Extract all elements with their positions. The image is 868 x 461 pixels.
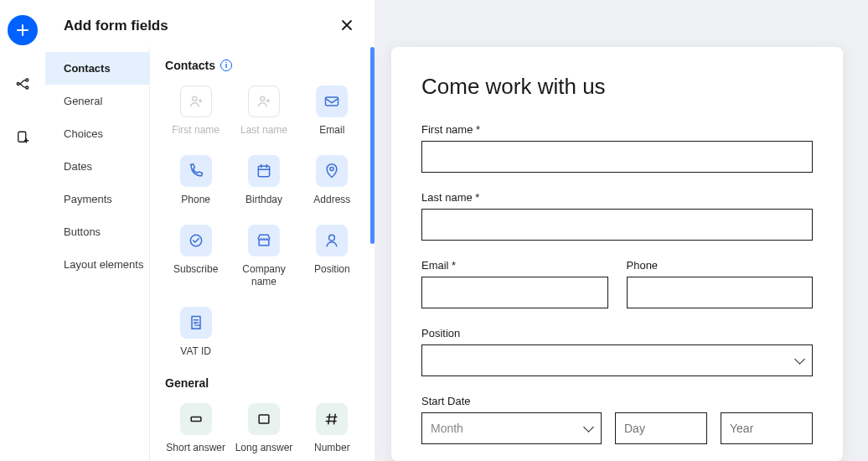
position-select[interactable]: [421, 344, 813, 376]
form-title: Come work with us: [421, 74, 813, 100]
fields-area: ContactsiFirst nameLast nameEmailPhoneBi…: [149, 47, 375, 461]
year-input[interactable]: [721, 412, 813, 444]
svg-point-2: [26, 86, 28, 89]
panel-header: Add form fields: [45, 0, 375, 47]
field-short-answer[interactable]: Short answer: [165, 403, 226, 454]
chevron-down-icon: [585, 423, 592, 433]
svg-point-8: [330, 167, 333, 170]
section-contacts: ContactsiFirst nameLast nameEmailPhoneBi…: [165, 59, 363, 358]
category-list: ContactsGeneralChoicesDatesPaymentsButto…: [45, 47, 149, 461]
category-buttons[interactable]: Buttons: [45, 215, 149, 248]
start-date-label: Start Date: [421, 395, 813, 407]
phone-label: Phone: [627, 259, 814, 272]
svg-point-10: [329, 235, 335, 241]
person-icon: [180, 85, 212, 117]
field-label: Last name: [240, 124, 287, 137]
field-company-name[interactable]: Company name: [233, 225, 294, 288]
field-long-answer[interactable]: Long answer: [233, 403, 294, 454]
field-label: Long answer: [235, 442, 293, 454]
phone-input[interactable]: [627, 277, 814, 308]
first-name-label: First name *: [421, 123, 813, 136]
svg-rect-13: [259, 415, 269, 423]
field-position[interactable]: Position: [302, 225, 363, 288]
field-vat-id[interactable]: $VAT ID: [165, 307, 226, 358]
branch-icon[interactable]: [8, 69, 38, 99]
svg-rect-12: [191, 417, 201, 422]
form-preview: Come work with us First name * Last name…: [391, 47, 843, 461]
svg-rect-7: [258, 166, 269, 177]
short-icon: [180, 403, 212, 435]
close-button[interactable]: [338, 15, 356, 37]
long-icon: [248, 403, 280, 435]
section-title: Contactsi: [165, 59, 363, 72]
field-first-name: First name: [165, 85, 226, 137]
field-label: First name: [172, 124, 220, 137]
svg-rect-6: [326, 97, 338, 106]
field-birthday[interactable]: Birthday: [233, 155, 294, 206]
field-label: Short answer: [166, 442, 225, 454]
category-layout-elements[interactable]: Layout elements: [45, 248, 149, 281]
first-name-input[interactable]: [421, 141, 813, 173]
add-fields-panel: Add form fields ContactsGeneralChoicesDa…: [45, 0, 375, 461]
field-label: Number: [314, 442, 350, 454]
document-add-icon[interactable]: [8, 122, 38, 153]
start-date-group: Start Date Month: [421, 395, 813, 444]
info-icon[interactable]: i: [220, 60, 232, 71]
mail-icon: [316, 85, 348, 117]
phone-group: Phone: [627, 259, 814, 308]
position-group: Position: [421, 327, 813, 376]
category-choices[interactable]: Choices: [45, 117, 149, 150]
last-name-label: Last name *: [421, 191, 813, 204]
receipt-icon: $: [180, 307, 212, 339]
preview-pane: Come work with us First name * Last name…: [375, 0, 868, 461]
calendar-icon: [248, 155, 280, 187]
svg-point-4: [193, 96, 197, 101]
field-label: Subscribe: [173, 263, 218, 276]
svg-point-1: [26, 79, 28, 81]
svg-point-5: [261, 96, 265, 101]
add-button[interactable]: [8, 15, 38, 45]
field-subscribe[interactable]: Subscribe: [165, 225, 226, 288]
field-number[interactable]: Number: [302, 403, 363, 454]
field-last-name: Last name: [233, 85, 294, 137]
pin-icon: [316, 155, 348, 187]
phone-icon: [180, 155, 212, 187]
panel-title: Add form fields: [64, 18, 168, 34]
category-payments[interactable]: Payments: [45, 183, 149, 215]
left-rail: [0, 0, 45, 461]
first-name-group: First name *: [421, 123, 813, 173]
position-label: Position: [421, 327, 813, 339]
field-label: Phone: [181, 194, 210, 206]
field-label: Email: [319, 124, 344, 137]
panel-body: ContactsGeneralChoicesDatesPaymentsButto…: [45, 47, 375, 461]
field-phone[interactable]: Phone: [165, 155, 226, 206]
section-general: GeneralShort answerLong answerNumber: [165, 376, 363, 454]
field-label: Position: [314, 263, 350, 276]
field-address[interactable]: Address: [302, 155, 363, 206]
email-label: Email *: [421, 259, 608, 272]
scrollbar[interactable]: [370, 47, 375, 244]
store-icon: [248, 225, 280, 256]
svg-point-0: [17, 83, 19, 85]
category-dates[interactable]: Dates: [45, 150, 149, 183]
email-group: Email *: [421, 259, 608, 308]
section-title: General: [165, 376, 363, 390]
category-contacts[interactable]: Contacts: [45, 52, 149, 85]
month-placeholder: Month: [431, 422, 463, 435]
field-label: VAT ID: [180, 345, 211, 358]
field-email[interactable]: Email: [302, 85, 363, 137]
last-name-input[interactable]: [421, 209, 813, 241]
last-name-group: Last name *: [421, 191, 813, 241]
user-icon: [316, 225, 348, 256]
email-input[interactable]: [421, 277, 608, 308]
field-label: Company name: [233, 263, 294, 288]
hash-icon: [316, 403, 348, 435]
chevron-down-icon: [796, 355, 803, 365]
person-icon: [248, 85, 280, 117]
check-icon: [180, 225, 212, 256]
month-select[interactable]: Month: [421, 412, 602, 444]
category-general[interactable]: General: [45, 85, 149, 117]
field-label: Birthday: [245, 194, 282, 206]
day-input[interactable]: [615, 412, 707, 444]
field-label: Address: [313, 194, 350, 206]
